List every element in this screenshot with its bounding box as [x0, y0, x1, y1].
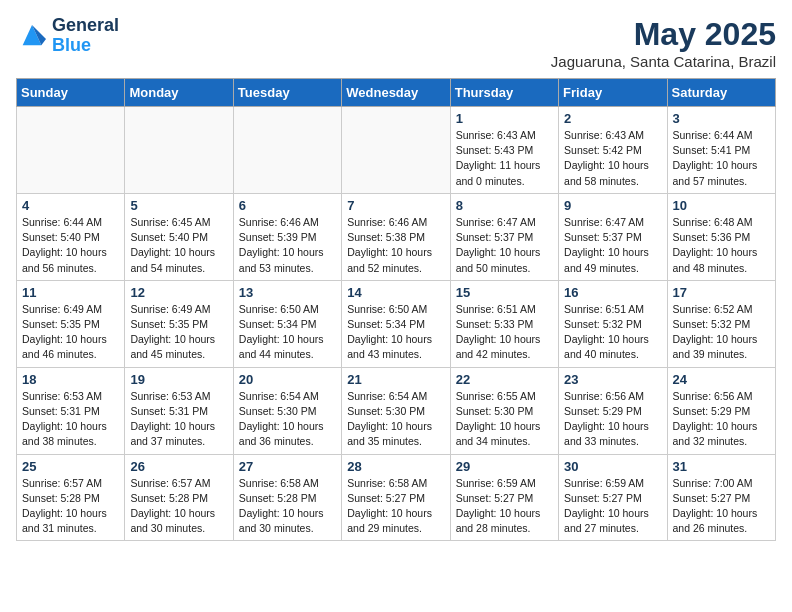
day-info: Sunrise: 6:50 AMSunset: 5:34 PMDaylight:…	[239, 302, 336, 363]
calendar-cell	[17, 107, 125, 194]
calendar-cell: 14Sunrise: 6:50 AMSunset: 5:34 PMDayligh…	[342, 280, 450, 367]
title-block: May 2025 Jaguaruna, Santa Catarina, Braz…	[551, 16, 776, 70]
calendar-cell: 31Sunrise: 7:00 AMSunset: 5:27 PMDayligh…	[667, 454, 775, 541]
calendar-week-row: 11Sunrise: 6:49 AMSunset: 5:35 PMDayligh…	[17, 280, 776, 367]
calendar-cell: 10Sunrise: 6:48 AMSunset: 5:36 PMDayligh…	[667, 193, 775, 280]
day-number: 6	[239, 198, 336, 213]
day-number: 20	[239, 372, 336, 387]
day-info: Sunrise: 6:45 AMSunset: 5:40 PMDaylight:…	[130, 215, 227, 276]
calendar-week-row: 1Sunrise: 6:43 AMSunset: 5:43 PMDaylight…	[17, 107, 776, 194]
calendar-cell: 18Sunrise: 6:53 AMSunset: 5:31 PMDayligh…	[17, 367, 125, 454]
day-info: Sunrise: 6:44 AMSunset: 5:40 PMDaylight:…	[22, 215, 119, 276]
calendar-cell: 23Sunrise: 6:56 AMSunset: 5:29 PMDayligh…	[559, 367, 667, 454]
calendar-cell: 26Sunrise: 6:57 AMSunset: 5:28 PMDayligh…	[125, 454, 233, 541]
calendar-cell: 30Sunrise: 6:59 AMSunset: 5:27 PMDayligh…	[559, 454, 667, 541]
day-info: Sunrise: 6:47 AMSunset: 5:37 PMDaylight:…	[456, 215, 553, 276]
day-info: Sunrise: 6:46 AMSunset: 5:38 PMDaylight:…	[347, 215, 444, 276]
day-info: Sunrise: 6:59 AMSunset: 5:27 PMDaylight:…	[564, 476, 661, 537]
day-number: 2	[564, 111, 661, 126]
calendar-cell: 20Sunrise: 6:54 AMSunset: 5:30 PMDayligh…	[233, 367, 341, 454]
day-number: 16	[564, 285, 661, 300]
calendar-week-row: 18Sunrise: 6:53 AMSunset: 5:31 PMDayligh…	[17, 367, 776, 454]
day-number: 22	[456, 372, 553, 387]
day-info: Sunrise: 6:59 AMSunset: 5:27 PMDaylight:…	[456, 476, 553, 537]
day-info: Sunrise: 6:50 AMSunset: 5:34 PMDaylight:…	[347, 302, 444, 363]
calendar-cell: 11Sunrise: 6:49 AMSunset: 5:35 PMDayligh…	[17, 280, 125, 367]
calendar-cell: 3Sunrise: 6:44 AMSunset: 5:41 PMDaylight…	[667, 107, 775, 194]
day-info: Sunrise: 6:55 AMSunset: 5:30 PMDaylight:…	[456, 389, 553, 450]
calendar-cell: 27Sunrise: 6:58 AMSunset: 5:28 PMDayligh…	[233, 454, 341, 541]
calendar-cell	[342, 107, 450, 194]
day-info: Sunrise: 6:44 AMSunset: 5:41 PMDaylight:…	[673, 128, 770, 189]
day-number: 13	[239, 285, 336, 300]
day-info: Sunrise: 6:53 AMSunset: 5:31 PMDaylight:…	[130, 389, 227, 450]
day-info: Sunrise: 6:53 AMSunset: 5:31 PMDaylight:…	[22, 389, 119, 450]
calendar-cell: 28Sunrise: 6:58 AMSunset: 5:27 PMDayligh…	[342, 454, 450, 541]
calendar-cell: 7Sunrise: 6:46 AMSunset: 5:38 PMDaylight…	[342, 193, 450, 280]
day-number: 1	[456, 111, 553, 126]
day-number: 27	[239, 459, 336, 474]
day-info: Sunrise: 7:00 AMSunset: 5:27 PMDaylight:…	[673, 476, 770, 537]
day-number: 26	[130, 459, 227, 474]
calendar-cell: 25Sunrise: 6:57 AMSunset: 5:28 PMDayligh…	[17, 454, 125, 541]
page-header: General Blue May 2025 Jaguaruna, Santa C…	[16, 16, 776, 70]
day-info: Sunrise: 6:51 AMSunset: 5:33 PMDaylight:…	[456, 302, 553, 363]
day-info: Sunrise: 6:57 AMSunset: 5:28 PMDaylight:…	[22, 476, 119, 537]
calendar-cell: 21Sunrise: 6:54 AMSunset: 5:30 PMDayligh…	[342, 367, 450, 454]
calendar-cell: 6Sunrise: 6:46 AMSunset: 5:39 PMDaylight…	[233, 193, 341, 280]
day-number: 18	[22, 372, 119, 387]
day-info: Sunrise: 6:58 AMSunset: 5:27 PMDaylight:…	[347, 476, 444, 537]
day-number: 10	[673, 198, 770, 213]
day-info: Sunrise: 6:54 AMSunset: 5:30 PMDaylight:…	[239, 389, 336, 450]
calendar-cell: 8Sunrise: 6:47 AMSunset: 5:37 PMDaylight…	[450, 193, 558, 280]
calendar-cell: 12Sunrise: 6:49 AMSunset: 5:35 PMDayligh…	[125, 280, 233, 367]
logo-icon	[16, 22, 48, 50]
day-info: Sunrise: 6:54 AMSunset: 5:30 PMDaylight:…	[347, 389, 444, 450]
logo-text: General Blue	[52, 16, 119, 56]
weekday-header-monday: Monday	[125, 79, 233, 107]
month-title: May 2025	[551, 16, 776, 53]
day-number: 3	[673, 111, 770, 126]
day-number: 23	[564, 372, 661, 387]
day-number: 19	[130, 372, 227, 387]
day-number: 15	[456, 285, 553, 300]
day-number: 24	[673, 372, 770, 387]
day-info: Sunrise: 6:43 AMSunset: 5:43 PMDaylight:…	[456, 128, 553, 189]
calendar-week-row: 25Sunrise: 6:57 AMSunset: 5:28 PMDayligh…	[17, 454, 776, 541]
weekday-header-row: SundayMondayTuesdayWednesdayThursdayFrid…	[17, 79, 776, 107]
day-info: Sunrise: 6:51 AMSunset: 5:32 PMDaylight:…	[564, 302, 661, 363]
day-number: 4	[22, 198, 119, 213]
day-number: 5	[130, 198, 227, 213]
day-number: 12	[130, 285, 227, 300]
day-info: Sunrise: 6:56 AMSunset: 5:29 PMDaylight:…	[564, 389, 661, 450]
day-number: 21	[347, 372, 444, 387]
day-number: 28	[347, 459, 444, 474]
day-info: Sunrise: 6:57 AMSunset: 5:28 PMDaylight:…	[130, 476, 227, 537]
weekday-header-thursday: Thursday	[450, 79, 558, 107]
day-info: Sunrise: 6:56 AMSunset: 5:29 PMDaylight:…	[673, 389, 770, 450]
calendar-table: SundayMondayTuesdayWednesdayThursdayFrid…	[16, 78, 776, 541]
day-info: Sunrise: 6:49 AMSunset: 5:35 PMDaylight:…	[130, 302, 227, 363]
weekday-header-sunday: Sunday	[17, 79, 125, 107]
day-info: Sunrise: 6:47 AMSunset: 5:37 PMDaylight:…	[564, 215, 661, 276]
day-info: Sunrise: 6:49 AMSunset: 5:35 PMDaylight:…	[22, 302, 119, 363]
weekday-header-friday: Friday	[559, 79, 667, 107]
calendar-cell: 9Sunrise: 6:47 AMSunset: 5:37 PMDaylight…	[559, 193, 667, 280]
calendar-cell: 24Sunrise: 6:56 AMSunset: 5:29 PMDayligh…	[667, 367, 775, 454]
day-info: Sunrise: 6:58 AMSunset: 5:28 PMDaylight:…	[239, 476, 336, 537]
weekday-header-saturday: Saturday	[667, 79, 775, 107]
calendar-cell: 13Sunrise: 6:50 AMSunset: 5:34 PMDayligh…	[233, 280, 341, 367]
day-number: 8	[456, 198, 553, 213]
calendar-cell: 17Sunrise: 6:52 AMSunset: 5:32 PMDayligh…	[667, 280, 775, 367]
calendar-cell: 22Sunrise: 6:55 AMSunset: 5:30 PMDayligh…	[450, 367, 558, 454]
day-info: Sunrise: 6:43 AMSunset: 5:42 PMDaylight:…	[564, 128, 661, 189]
calendar-cell: 4Sunrise: 6:44 AMSunset: 5:40 PMDaylight…	[17, 193, 125, 280]
calendar-cell: 2Sunrise: 6:43 AMSunset: 5:42 PMDaylight…	[559, 107, 667, 194]
day-number: 7	[347, 198, 444, 213]
calendar-week-row: 4Sunrise: 6:44 AMSunset: 5:40 PMDaylight…	[17, 193, 776, 280]
calendar-cell: 5Sunrise: 6:45 AMSunset: 5:40 PMDaylight…	[125, 193, 233, 280]
day-info: Sunrise: 6:48 AMSunset: 5:36 PMDaylight:…	[673, 215, 770, 276]
day-number: 31	[673, 459, 770, 474]
calendar-cell: 15Sunrise: 6:51 AMSunset: 5:33 PMDayligh…	[450, 280, 558, 367]
weekday-header-tuesday: Tuesday	[233, 79, 341, 107]
